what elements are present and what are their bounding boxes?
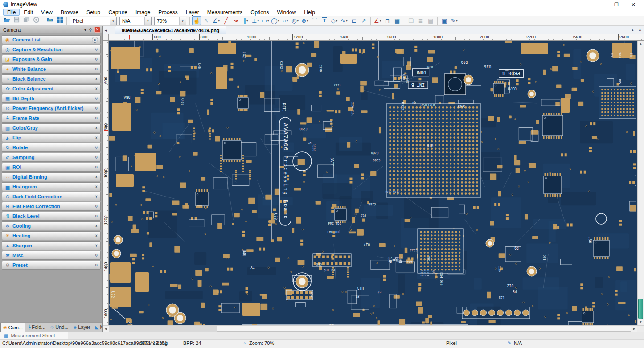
menu-options[interactable]: Options — [246, 9, 273, 16]
sidebar-item-preset[interactable]: ⚙Preset» — [2, 261, 101, 270]
menu-measurements[interactable]: Measurements — [203, 9, 246, 16]
sidebar-item-histogram[interactable]: ▅Histogram» — [2, 182, 101, 191]
dropdown-arrow-icon[interactable]: ▾ — [380, 19, 381, 23]
expand-chevron-icon[interactable]: » — [92, 37, 98, 43]
menu-window[interactable]: Window — [273, 9, 300, 16]
dropdown-arrow-icon[interactable]: ▾ — [336, 19, 338, 23]
scale-bar-tool[interactable]: ⊓ — [383, 16, 392, 25]
sidebar-item-sampling[interactable]: ✐Sampling» — [2, 153, 101, 162]
panel-close-icon[interactable]: ✕ — [94, 27, 100, 33]
menu-capture[interactable]: Capture — [104, 9, 131, 16]
combo-arrow-icon[interactable]: ∨ — [110, 17, 116, 25]
expand-chevron-icon[interactable]: » — [94, 254, 99, 257]
arrow-annotation-tool[interactable]: ↗ — [359, 16, 368, 25]
sidebar-item-black-balance[interactable]: ◑Black Balance» — [2, 74, 101, 83]
dropdown-arrow-icon[interactable]: ▾ — [246, 19, 248, 23]
select-tool[interactable]: ↖ — [202, 16, 211, 25]
menu-image[interactable]: Image — [131, 9, 154, 16]
sidebar-item-color-gray[interactable]: ▥Color/Gray» — [2, 123, 101, 132]
unit-combo[interactable]: Pixel∨ — [70, 17, 117, 25]
expand-chevron-icon[interactable]: » — [94, 107, 99, 110]
menu-browse[interactable]: Browse — [57, 9, 82, 16]
pan-tool[interactable]: ☝ — [192, 16, 201, 25]
calibration-tool[interactable]: ∡▾ — [373, 16, 382, 25]
sidebar-item-misc[interactable]: ✱Misc» — [2, 251, 101, 260]
grid-snap-tool[interactable]: ▦ — [393, 16, 402, 25]
expand-chevron-icon[interactable]: » — [94, 136, 99, 139]
sidebar-item-black-level[interactable]: ⇅Black Level» — [2, 212, 101, 221]
sidebar-item-sharpen[interactable]: ▲Sharpen» — [2, 241, 101, 250]
sidebar-item-capture-resolution[interactable]: ◎Capture & Resolution» — [2, 45, 101, 54]
expand-chevron-icon[interactable]: » — [94, 166, 99, 168]
scroll-left-icon[interactable]: ◀ — [103, 326, 109, 332]
tab-close-icon[interactable]: ✕ — [636, 28, 644, 32]
sidebar-item-white-balance[interactable]: ●White Balance» — [2, 65, 101, 74]
angle-tool[interactable]: ∠▾ — [212, 16, 221, 25]
expand-chevron-icon[interactable]: » — [94, 215, 99, 217]
sidebar-item-heating[interactable]: ☀Heating» — [2, 231, 101, 240]
menu-view[interactable]: View — [37, 9, 57, 16]
horizontal-scrollbar[interactable]: ◀ ▶ — [103, 325, 644, 332]
pin-icon[interactable]: ⚲ — [89, 28, 92, 32]
dropdown-arrow-icon[interactable]: ▾ — [267, 19, 269, 23]
sidebar-item-flat-field-correction[interactable]: ⊖Flat Field Correction» — [2, 202, 101, 211]
dropdown-arrow-icon[interactable]: ▾ — [287, 19, 288, 23]
curve-tool[interactable]: ∿▾ — [340, 16, 349, 25]
expand-chevron-icon[interactable]: » — [94, 78, 99, 80]
expand-chevron-icon[interactable]: » — [94, 117, 99, 119]
tab-scroll-left-icon[interactable]: ◂ — [103, 26, 109, 34]
menu-setup[interactable]: Setup — [82, 9, 104, 16]
panel-menu-icon[interactable]: ▾ — [84, 28, 86, 32]
open-file-button[interactable] — [2, 16, 11, 25]
rectangle-tool[interactable]: ▭▾ — [261, 16, 270, 25]
bottom-tab-layer[interactable]: ◈Layer — [71, 323, 93, 332]
sidebar-item-exposure-gain[interactable]: ◪Exposure & Gain» — [2, 55, 101, 64]
perpendicular-tool[interactable]: ⊥▾ — [251, 16, 260, 25]
menu-edit[interactable]: Edit — [20, 9, 37, 16]
menu-layer[interactable]: Layer — [182, 9, 203, 16]
sidebar-item-bit-depth[interactable]: ▦Bit Depth» — [2, 94, 101, 103]
dropdown-arrow-icon[interactable]: ▾ — [218, 19, 220, 23]
sidebar-item-power-frequency-anti-flicker[interactable]: ⊙Power Frequency (Anti-flicker)» — [2, 104, 101, 113]
expand-chevron-icon[interactable]: » — [94, 176, 99, 178]
menu-process[interactable]: Process — [154, 9, 181, 16]
expand-chevron-icon[interactable]: » — [94, 87, 99, 90]
dropdown-arrow-icon[interactable]: ▾ — [307, 19, 308, 23]
parallel-tool[interactable]: ∥▾ — [241, 16, 250, 25]
expand-chevron-icon[interactable]: » — [94, 244, 99, 247]
expand-chevron-icon[interactable]: » — [94, 185, 99, 188]
sidebar-item-frame-rate[interactable]: ϟFrame Rate» — [2, 114, 101, 123]
scroll-down-icon[interactable]: ▼ — [638, 319, 644, 325]
sidebar-item-flip[interactable]: ◭Flip» — [2, 133, 101, 142]
zoom-combo[interactable]: 70%∨ — [154, 17, 186, 25]
browse-folder-button[interactable] — [45, 16, 54, 25]
expand-chevron-icon[interactable]: » — [94, 205, 99, 208]
measurement-sheet-button[interactable]: ▣ — [440, 16, 449, 25]
sidebar-item-dark-field-correction[interactable]: ⊖Dark Field Correction» — [2, 192, 101, 201]
scroll-up-icon[interactable]: ▲ — [638, 41, 644, 47]
ring-tool[interactable]: ⊚▾ — [300, 16, 309, 25]
minimize-button[interactable]: – — [596, 0, 610, 8]
restore-button[interactable]: ❐ — [610, 0, 623, 8]
combo-arrow-icon[interactable]: ∨ — [144, 17, 151, 25]
vertical-scrollbar[interactable]: ▲ ▼ — [637, 41, 644, 325]
sidebar-item-cooling[interactable]: ❄Cooling» — [2, 221, 101, 230]
sidebar-item-camera-list[interactable]: ◉Camera List» — [2, 35, 101, 44]
menu-help[interactable]: Help — [300, 9, 319, 16]
sidebar-item-rotate[interactable]: ↻Rotate» — [2, 143, 101, 152]
expand-chevron-icon[interactable]: » — [94, 195, 99, 198]
calibration-combo[interactable]: N/A∨ — [119, 17, 152, 25]
line-tool[interactable]: ╱ — [222, 16, 230, 25]
sidebar-item-digital-binning[interactable]: ∷Digital Binning» — [2, 172, 101, 181]
expand-chevron-icon[interactable]: » — [94, 48, 99, 51]
horizontal-scroll-track[interactable] — [109, 326, 631, 332]
dropdown-arrow-icon[interactable]: ▾ — [456, 19, 458, 23]
close-button[interactable]: ✕ — [623, 0, 644, 8]
sidebar-item-roi[interactable]: ▣ROI» — [2, 163, 101, 172]
vertical-scroll-thumb[interactable] — [638, 299, 643, 319]
polyline-tool[interactable]: ↝ — [231, 16, 240, 25]
expand-chevron-icon[interactable]: » — [94, 146, 99, 149]
document-tab[interactable]: 90e966a3acc59c98c617aca89d974419.png — [115, 26, 226, 34]
thumbnail-grid-button[interactable] — [55, 16, 64, 25]
expand-chevron-icon[interactable]: » — [94, 264, 99, 266]
